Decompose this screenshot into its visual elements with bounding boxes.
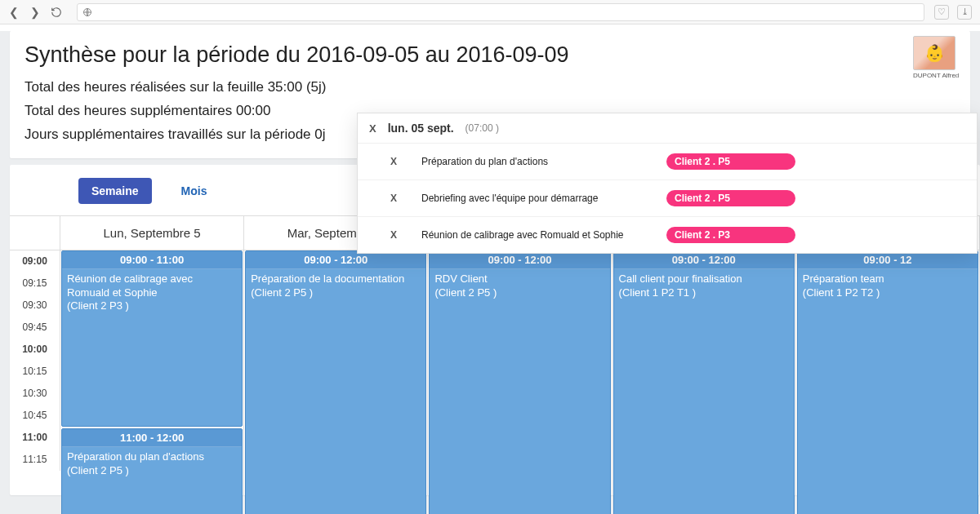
entry-description: Réunion de calibrage avec Romuald et Sop…	[421, 229, 642, 241]
event-client: (Client 2 P5 )	[430, 286, 609, 302]
url-input[interactable]	[77, 3, 924, 21]
event-client: (Client 2 P3 )	[62, 299, 242, 315]
time-label: 11:00	[10, 427, 60, 449]
favorite-button[interactable]: ♡	[934, 5, 949, 20]
event-client: (Client 1 P2 T2 )	[798, 286, 978, 302]
calendar-event[interactable]: 11:00 - 12:00Préparation du plan d'actio…	[61, 428, 243, 514]
event-title: Call client pour finalisation	[614, 269, 794, 286]
tab-month[interactable]: Mois	[168, 178, 220, 204]
entry-delete-button[interactable]: X	[390, 193, 397, 204]
day-column: Mar, Septembre 609:00 - 12:00Préparation…	[244, 216, 428, 495]
event-client: (Client 2 P5 )	[62, 464, 242, 480]
time-label: 09:30	[10, 295, 60, 317]
time-label: 11:15	[10, 449, 60, 471]
event-title: Réunion de calibrage avec Romuald et Sop…	[62, 269, 242, 300]
event-client: (Client 1 P2 T1 )	[614, 286, 794, 302]
tab-week[interactable]: Semaine	[78, 178, 152, 204]
day-column: Jeu, Septembre 809:00 - 12:00Call client…	[612, 216, 796, 495]
event-time: 09:00 - 11:00	[62, 251, 242, 269]
entry-client-chip[interactable]: Client 2 . P3	[666, 227, 795, 243]
time-label: 09:45	[10, 317, 60, 339]
day-column: Lun, Septembre 509:00 - 11:00Réunion de …	[60, 216, 244, 495]
calendar-event[interactable]: 09:00 - 12:00RDV Client(Client 2 P5 )	[429, 250, 610, 514]
day-column: Mer, Septembre 709:00 - 12:00RDV Client(…	[428, 216, 612, 495]
entry-delete-button[interactable]: X	[390, 229, 397, 241]
calendar-event[interactable]: 09:00 - 12Préparation team(Client 1 P2 T…	[797, 250, 978, 514]
download-button[interactable]: ⤓	[957, 5, 972, 20]
day-detail-popup: X lun. 05 sept. (07:00 ) XPréparation du…	[357, 113, 978, 254]
popup-entry: XRéunion de calibrage avec Romuald et So…	[358, 216, 977, 253]
entry-description: Préparation du plan d'actions	[421, 156, 642, 167]
calendar-grid: 09:0009:1509:3009:4510:0010:1510:3010:45…	[10, 215, 980, 495]
event-title: Préparation team	[798, 269, 978, 286]
user-avatar[interactable]: 👶 DUPONT Alfred	[913, 36, 959, 79]
popup-entry: XPréparation du plan d'actionsClient 2 .…	[358, 143, 977, 179]
popup-hours: (07:00 )	[466, 122, 499, 134]
time-label: 10:15	[10, 361, 60, 383]
time-label: 10:00	[10, 339, 60, 361]
calendar-event[interactable]: 09:00 - 12:00Préparation de la documenta…	[245, 250, 426, 514]
back-button[interactable]: ❮	[8, 7, 20, 18]
popup-entry: XDebriefing avec l'équipe pour démarrage…	[358, 179, 977, 216]
avatar-name: DUPONT Alfred	[913, 72, 959, 79]
reload-button[interactable]	[51, 7, 62, 18]
entry-delete-button[interactable]: X	[390, 156, 397, 167]
calendar-event[interactable]: 09:00 - 11:00Réunion de calibrage avec R…	[61, 250, 243, 427]
event-title: Préparation de la documentation	[246, 269, 425, 286]
calendar-event[interactable]: 09:00 - 12:00Call client pour finalisati…	[613, 250, 795, 514]
summary-total-hours: Total des heures réalisées sur la feuill…	[24, 76, 956, 100]
event-client: (Client 2 P5 )	[246, 286, 425, 302]
browser-toolbar: ❮ ❯ ♡ ⤓	[0, 0, 980, 24]
time-label: 09:00	[10, 250, 60, 273]
time-label: 10:45	[10, 405, 60, 427]
avatar-image: 👶	[913, 36, 956, 70]
day-column: Ven, Septem09:00 - 12Préparation team(Cl…	[796, 216, 980, 495]
entry-client-chip[interactable]: Client 2 . P5	[666, 153, 795, 170]
popup-close-button[interactable]: X	[369, 122, 376, 135]
time-column: 09:0009:1509:3009:4510:0010:1510:3010:45…	[10, 216, 60, 495]
forward-button[interactable]: ❯	[29, 7, 41, 18]
entry-description: Debriefing avec l'équipe pour démarrage	[421, 193, 642, 204]
entry-client-chip[interactable]: Client 2 . P5	[666, 190, 795, 206]
day-header: Lun, Septembre 5	[60, 216, 243, 250]
event-time: 11:00 - 12:00	[62, 429, 242, 447]
globe-icon	[82, 7, 92, 17]
event-title: Préparation du plan d'actions	[62, 447, 242, 464]
time-label: 10:30	[10, 383, 60, 405]
event-title: RDV Client	[430, 269, 609, 286]
popup-date: lun. 05 sept.	[388, 122, 454, 135]
page-title: Synthèse pour la période du 2016-09-05 a…	[24, 42, 956, 68]
time-label: 09:15	[10, 273, 60, 295]
